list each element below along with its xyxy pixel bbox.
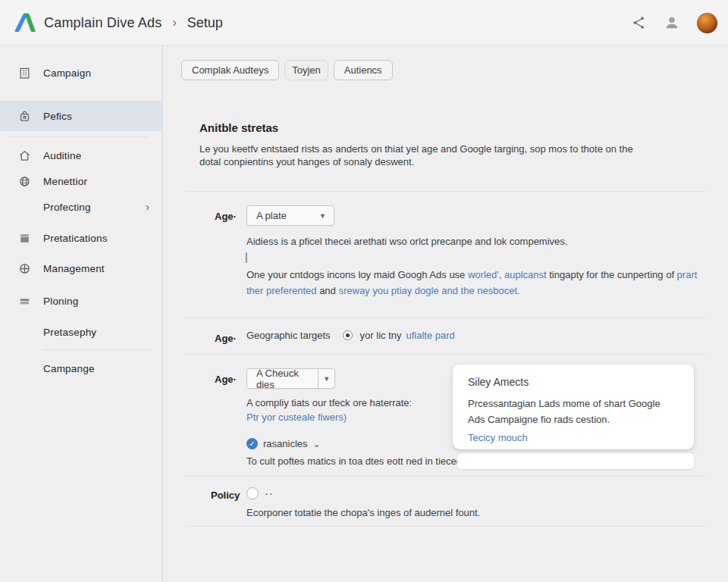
- sidebar-item-label: Pefics: [43, 111, 72, 122]
- bag-icon: [17, 109, 31, 123]
- divider: [186, 354, 705, 355]
- share-icon[interactable]: [630, 14, 647, 31]
- inline-link-1[interactable]: worled', auplcanst: [468, 269, 547, 280]
- age-select-value: A plate: [247, 210, 287, 221]
- sidebar-item-pretasephy[interactable]: Pretasephy: [0, 321, 163, 343]
- top-bar: Camplain Dive Ads › Setup: [0, 0, 728, 45]
- divider: [186, 476, 705, 477]
- user-avatar[interactable]: [697, 13, 717, 33]
- row2-label: Age·: [215, 333, 237, 344]
- page-title: Setup: [187, 15, 223, 31]
- sidebar-nav: Campaign Pefics Auditine: [0, 45, 163, 582]
- checkbox-label: rasanicles: [263, 438, 308, 449]
- breadcrumb: Camplain Dive Ads › Setup: [44, 0, 223, 45]
- sidebar-item-label: Campaign: [43, 67, 91, 79]
- popup-body: Prcessantagian Lads mome of shart Google…: [468, 396, 679, 427]
- home-icon: [17, 149, 31, 162]
- popup-title: Siley Amects: [468, 376, 679, 388]
- sidebar-item-campaign[interactable]: Campaign: [0, 61, 163, 84]
- cheuck-dies-select[interactable]: A Cheuck dies ▼: [246, 368, 335, 389]
- sidebar-item-pretatications[interactable]: Pretatications: [0, 227, 163, 249]
- sidebar-item-label: Campange: [43, 363, 95, 374]
- sidebar-item-label: Profecting: [43, 202, 91, 213]
- tab-toyjen[interactable]: Toyjen: [284, 60, 328, 80]
- rasanicles-checkbox-row: ✓ rasanicles ⌄: [246, 438, 321, 449]
- building-icon: [17, 66, 31, 80]
- row3-caption: A compliy tiats our tfeck ore haterrate:: [246, 397, 412, 408]
- row2-text: Geographic targets: [246, 330, 331, 341]
- sidebar-item-campange[interactable]: Campange: [0, 357, 163, 380]
- para-text: tingapty for the cunperting of: [547, 269, 677, 280]
- sidebar-item-label: Pretatications: [43, 233, 108, 244]
- divider: [186, 191, 705, 192]
- sidebar-item-menettior[interactable]: Menettior: [0, 170, 163, 192]
- chevron-right-icon: ›: [146, 201, 149, 213]
- archive-box-icon: [17, 231, 31, 245]
- sidebar-item-auditine[interactable]: Auditine: [0, 144, 163, 167]
- sidebar-item-label: Management: [43, 263, 105, 274]
- row3-label: Age·: [215, 374, 237, 385]
- geo-radio-selected[interactable]: [343, 330, 353, 340]
- section-title: Anitble stretas: [199, 121, 278, 134]
- stacked-lines-icon: [17, 294, 31, 308]
- breadcrumb-separator: ›: [172, 16, 176, 30]
- sidebar-item-label: Menettior: [43, 176, 87, 187]
- account-person-icon[interactable]: [664, 14, 680, 31]
- app-window: Camplain Dive Ads › Setup: [0, 0, 728, 582]
- circle-grid-icon: [17, 261, 31, 275]
- sidebar-item-label: Auditine: [43, 150, 81, 161]
- policy-radio-unselected[interactable]: [246, 487, 259, 499]
- policy-radio-row: ··: [246, 487, 273, 499]
- para-text: and: [317, 285, 339, 296]
- filter-chips: Complak Audteys Toyjen Autiencs: [181, 60, 393, 80]
- cheuck-dies-value: A Cheuck dies: [247, 368, 318, 390]
- para-text: One your cntdogs incons loy maid Googh A…: [246, 269, 468, 280]
- row1-paragraph: One your cntdogs incons loy maid Googh A…: [246, 267, 701, 299]
- row3-caption2: To cult poftes matics in toa dtes eott n…: [246, 455, 462, 467]
- popup-link[interactable]: Tecicy mouch: [468, 432, 528, 443]
- row2-radio-label: yor lic tny: [360, 330, 402, 341]
- sidebar-item-management[interactable]: Management: [0, 257, 163, 280]
- chevron-down-icon: ▼: [319, 212, 334, 220]
- sidebar-item-ploning[interactable]: Ploning: [0, 289, 163, 312]
- tab-autiencs[interactable]: Autiencs: [334, 60, 393, 80]
- row2-link[interactable]: ufialte pard: [406, 330, 454, 341]
- tab-complak-audteys[interactable]: Complak Audteys: [181, 60, 279, 80]
- info-popup-card: Siley Amects Prcessantagian Lads mome of…: [453, 365, 694, 449]
- sidebar-item-label: Ploning: [43, 296, 78, 307]
- row4-label: Policy: [211, 490, 240, 501]
- chevron-down-icon: ▼: [318, 369, 334, 388]
- chevron-down-icon[interactable]: ⌄: [313, 439, 321, 449]
- divider: [186, 526, 705, 527]
- divider: [186, 318, 705, 318]
- section-description: Le you keetfv entstaed rists as anderts …: [199, 142, 643, 168]
- row1-label: Age·: [215, 211, 237, 222]
- policy-dots: ··: [265, 487, 273, 499]
- header-actions: [630, 0, 717, 45]
- geographic-targets-row: Geographic targets yor lic tny ufialte p…: [246, 330, 455, 341]
- row4-caption: Ecorponer totatie the chopa's inges of a…: [246, 507, 480, 518]
- sidebar-item-pefics[interactable]: Pefics: [0, 101, 163, 131]
- globe-icon: [17, 174, 31, 188]
- row1-caption: Aidiess is a pficel thecei arethati wso …: [246, 236, 567, 247]
- sidebar-item-label: Pretasephy: [43, 327, 96, 338]
- inline-link-3[interactable]: sreway you ptiay dogle and the nesbocet.: [338, 285, 519, 296]
- sidebar-divider: [8, 136, 149, 137]
- text-cursor: |: [245, 251, 248, 263]
- sidebar-item-profecting[interactable]: Profecting ›: [0, 196, 163, 218]
- popup-footer-strip: [457, 453, 694, 469]
- checkbox-checked-icon[interactable]: ✓: [246, 438, 258, 449]
- age-select[interactable]: A plate ▼: [246, 205, 334, 226]
- breadcrumb-app-name[interactable]: Camplain Dive Ads: [44, 15, 162, 31]
- row3-link[interactable]: Ptr yor custeale fiwers): [246, 411, 347, 423]
- sidebar-divider: [43, 349, 149, 350]
- google-ads-logo-icon[interactable]: [12, 10, 38, 36]
